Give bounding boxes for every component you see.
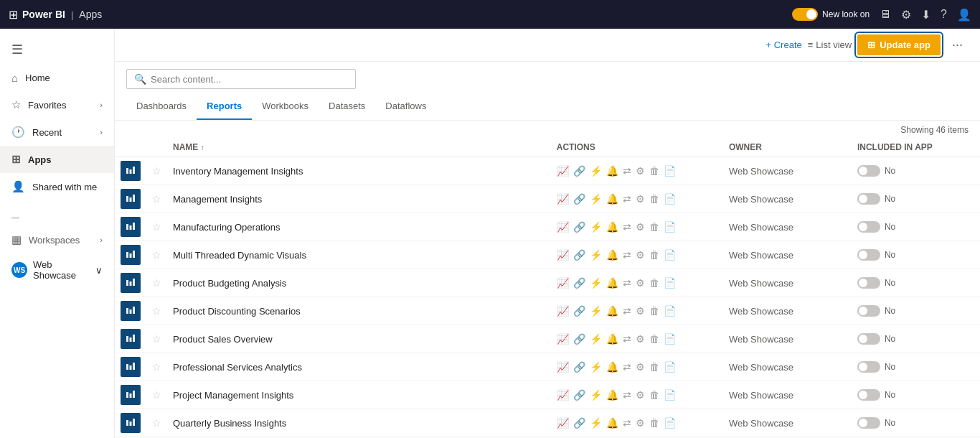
analyze-icon[interactable]: 📈 (557, 333, 569, 345)
analyze-icon[interactable]: 📈 (557, 305, 569, 317)
settings-icon[interactable]: ⚙ (636, 361, 645, 373)
tab-workbooks[interactable]: Workbooks (252, 93, 319, 120)
delete-icon[interactable]: 🗑 (649, 361, 659, 373)
report-name-text[interactable]: Product Sales Overview (173, 334, 273, 345)
tab-dashboards[interactable]: Dashboards (126, 93, 197, 120)
sidebar-item-favorites[interactable]: ☆ Favorites › (0, 91, 114, 118)
update-app-button[interactable]: ⊞ Update app (857, 34, 941, 55)
delete-icon[interactable]: 🗑 (649, 417, 659, 429)
settings-icon[interactable]: ⚙ (636, 305, 645, 317)
delete-icon[interactable]: 🗑 (649, 389, 659, 401)
tab-reports[interactable]: Reports (197, 93, 252, 120)
save-icon[interactable]: 📄 (664, 277, 676, 289)
delete-icon[interactable]: 🗑 (649, 277, 659, 289)
delete-icon[interactable]: 🗑 (649, 249, 659, 261)
subscribe-icon[interactable]: 🔔 (606, 389, 618, 401)
delete-icon[interactable]: 🗑 (649, 305, 659, 317)
included-toggle[interactable]: No (857, 249, 974, 261)
settings-icon[interactable]: ⚙ (636, 221, 645, 233)
favorite-star-icon[interactable]: ☆ (152, 193, 161, 205)
collaborate-icon[interactable]: ⇄ (623, 221, 631, 233)
included-toggle[interactable]: No (857, 165, 974, 177)
report-name-text[interactable]: Multi Threaded Dynamic Visuals (173, 250, 306, 261)
collaborate-icon[interactable]: ⇄ (623, 277, 631, 289)
quick-insights-icon[interactable]: ⚡ (590, 333, 602, 345)
collaborate-icon[interactable]: ⇄ (623, 249, 631, 261)
report-name-text[interactable]: Manufacturing Operations (173, 222, 281, 233)
sidebar-item-shared[interactable]: 👤 Shared with me (0, 173, 114, 200)
quick-insights-icon[interactable]: ⚡ (590, 389, 602, 401)
report-name-text[interactable]: Management Insights (173, 194, 262, 205)
settings-icon[interactable]: ⚙ (636, 193, 645, 205)
report-name-text[interactable]: Professional Services Analytics (173, 362, 302, 373)
included-toggle[interactable]: No (857, 389, 974, 401)
favorite-star-icon[interactable]: ☆ (152, 277, 161, 289)
favorite-star-icon[interactable]: ☆ (152, 249, 161, 261)
analyze-icon[interactable]: 📈 (557, 165, 569, 177)
hamburger-button[interactable]: ☰ (0, 34, 114, 65)
analyze-icon[interactable]: 📈 (557, 221, 569, 233)
collaborate-icon[interactable]: ⇄ (623, 333, 631, 345)
report-name-text[interactable]: Inventory Management Insights (173, 166, 303, 177)
analyze-icon[interactable]: 📈 (557, 389, 569, 401)
share-icon[interactable]: 🔗 (573, 193, 585, 205)
settings-icon[interactable]: ⚙ (636, 417, 645, 429)
delete-icon[interactable]: 🗑 (649, 221, 659, 233)
account-icon[interactable]: 👤 (957, 8, 971, 22)
subscribe-icon[interactable]: 🔔 (606, 193, 618, 205)
save-icon[interactable]: 📄 (664, 333, 676, 345)
favorite-star-icon[interactable]: ☆ (152, 165, 161, 177)
quick-insights-icon[interactable]: ⚡ (590, 305, 602, 317)
toggle-switch-pill[interactable] (857, 361, 880, 373)
quick-insights-icon[interactable]: ⚡ (590, 361, 602, 373)
sidebar-item-recent[interactable]: 🕐 Recent › (0, 118, 114, 146)
save-icon[interactable]: 📄 (664, 389, 676, 401)
analyze-icon[interactable]: 📈 (557, 249, 569, 261)
share-icon[interactable]: 🔗 (573, 165, 585, 177)
collaborate-icon[interactable]: ⇄ (623, 193, 631, 205)
col-name-header[interactable]: NAME (167, 138, 551, 157)
subscribe-icon[interactable]: 🔔 (606, 249, 618, 261)
quick-insights-icon[interactable]: ⚡ (590, 165, 602, 177)
included-toggle[interactable]: No (857, 221, 974, 233)
share-icon[interactable]: 🔗 (573, 221, 585, 233)
delete-icon[interactable]: 🗑 (649, 333, 659, 345)
settings-icon[interactable]: ⚙ (636, 333, 645, 345)
save-icon[interactable]: 📄 (664, 193, 676, 205)
toggle-switch-pill[interactable] (857, 333, 880, 345)
collaborate-icon[interactable]: ⇄ (623, 361, 631, 373)
subscribe-icon[interactable]: 🔔 (606, 333, 618, 345)
settings-icon[interactable]: ⚙ (636, 165, 645, 177)
favorite-star-icon[interactable]: ☆ (152, 389, 161, 401)
save-icon[interactable]: 📄 (664, 165, 676, 177)
help-icon[interactable]: ? (941, 8, 947, 21)
report-name-text[interactable]: Product Budgeting Analysis (173, 278, 286, 289)
save-icon[interactable]: 📄 (664, 221, 676, 233)
more-options-button[interactable]: ··· (946, 34, 969, 55)
sidebar-item-home[interactable]: ⌂ Home (0, 65, 114, 91)
settings-icon[interactable]: ⚙ (636, 389, 645, 401)
tab-datasets[interactable]: Datasets (319, 93, 375, 120)
new-look-pill[interactable] (792, 8, 818, 21)
favorite-star-icon[interactable]: ☆ (152, 221, 161, 233)
sidebar-item-workspaces[interactable]: ▦ Workspaces › (0, 226, 114, 253)
analyze-icon[interactable]: 📈 (557, 361, 569, 373)
share-icon[interactable]: 🔗 (573, 305, 585, 317)
toggle-switch-pill[interactable] (857, 193, 880, 205)
favorite-star-icon[interactable]: ☆ (152, 417, 161, 429)
collaborate-icon[interactable]: ⇄ (623, 165, 631, 177)
report-name-text[interactable]: Project Management Insights (173, 390, 293, 401)
delete-icon[interactable]: 🗑 (649, 193, 659, 205)
save-icon[interactable]: 📄 (664, 305, 676, 317)
share-icon[interactable]: 🔗 (573, 277, 585, 289)
included-toggle[interactable]: No (857, 193, 974, 205)
subscribe-icon[interactable]: 🔔 (606, 417, 618, 429)
quick-insights-icon[interactable]: ⚡ (590, 277, 602, 289)
subscribe-icon[interactable]: 🔔 (606, 361, 618, 373)
subscribe-icon[interactable]: 🔔 (606, 305, 618, 317)
included-toggle[interactable]: No (857, 305, 974, 317)
subscribe-icon[interactable]: 🔔 (606, 277, 618, 289)
analyze-icon[interactable]: 📈 (557, 277, 569, 289)
settings-icon[interactable]: ⚙ (901, 8, 911, 22)
toggle-switch-pill[interactable] (857, 417, 880, 429)
